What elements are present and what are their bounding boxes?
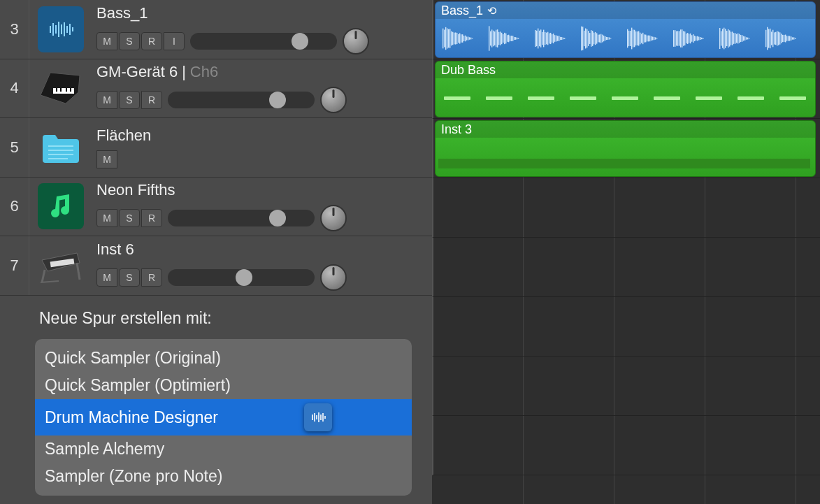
clip-content — [436, 142, 815, 170]
svg-rect-214 — [788, 36, 789, 41]
svg-rect-52 — [494, 31, 495, 45]
menu-item[interactable]: Quick Sampler (Original) — [35, 345, 412, 372]
region-clip[interactable]: Inst 3 — [435, 120, 816, 177]
drag-waveform-icon[interactable] — [304, 403, 332, 431]
clip-row[interactable]: Inst 3 — [432, 119, 820, 178]
track-icon[interactable] — [29, 59, 92, 118]
track-number: 3 — [0, 0, 29, 59]
r-button[interactable]: R — [141, 32, 162, 50]
region-clip[interactable]: Bass_1⟲ — [435, 1, 816, 58]
svg-rect-57 — [501, 33, 502, 44]
svg-rect-149 — [675, 30, 675, 47]
track-name[interactable]: Neon Fifths — [96, 181, 432, 199]
s-button[interactable]: S — [119, 91, 140, 109]
arrange-area[interactable]: Bass_1⟲ Dub Bass Inst 3 — [432, 0, 820, 504]
empty-row[interactable] — [432, 357, 820, 416]
r-button[interactable]: R — [141, 268, 162, 287]
menu-item[interactable]: Sample Alchemy — [35, 435, 412, 463]
svg-rect-103 — [588, 31, 589, 46]
volume-slider[interactable] — [168, 269, 315, 286]
pan-knob[interactable] — [320, 264, 347, 291]
create-track-menu: Neue Spur erstellen mit: Quick Sampler (… — [29, 301, 417, 498]
m-button[interactable]: M — [96, 32, 117, 50]
svg-rect-104 — [589, 33, 590, 44]
svg-rect-181 — [731, 32, 731, 45]
volume-slider[interactable] — [190, 33, 337, 50]
svg-rect-119 — [610, 38, 611, 39]
clip-row[interactable]: Dub Bass — [432, 59, 820, 119]
clip-name: Dub Bass — [441, 63, 496, 78]
track-icon[interactable] — [29, 236, 92, 295]
volume-slider[interactable] — [168, 92, 315, 108]
menu-item[interactable]: Quick Sampler (Optimiert) — [35, 372, 412, 399]
track-icon[interactable] — [29, 118, 92, 177]
svg-rect-118 — [609, 37, 610, 39]
menu-item[interactable]: Drum Machine Designer — [35, 399, 412, 435]
menu-list: Quick Sampler (Original)Quick Sampler (O… — [35, 339, 412, 496]
svg-rect-88 — [556, 36, 556, 42]
svg-rect-127 — [633, 29, 633, 47]
svg-rect-143 — [655, 37, 656, 39]
pan-knob[interactable] — [320, 87, 347, 113]
svg-rect-206 — [777, 31, 777, 46]
menu-title: Neue Spur erstellen mit: — [29, 301, 417, 336]
svg-rect-51 — [493, 31, 494, 47]
empty-row[interactable] — [432, 178, 820, 238]
track-row[interactable]: 6 Neon Fifths MSR — [0, 178, 432, 237]
pan-knob[interactable] — [320, 205, 347, 231]
svg-rect-87 — [554, 35, 555, 42]
s-button[interactable]: S — [119, 268, 140, 287]
svg-rect-25 — [445, 27, 446, 50]
clip-row[interactable]: Bass_1⟲ — [432, 0, 820, 59]
svg-rect-58 — [503, 34, 503, 43]
track-name[interactable]: Flächen — [96, 127, 432, 145]
track-name[interactable]: Bass_1 — [96, 4, 432, 22]
s-button[interactable]: S — [119, 209, 140, 227]
menu-item[interactable]: Sampler (Zone pro Note) — [35, 463, 412, 490]
svg-rect-174 — [721, 31, 721, 46]
svg-rect-198 — [765, 30, 766, 47]
track-row[interactable]: 7 Inst 6 MSR — [0, 236, 432, 296]
r-button[interactable]: R — [141, 209, 162, 227]
note-icon — [38, 183, 84, 229]
track-row[interactable]: 4 GM-Gerät 6 | Ch6 MSR — [0, 59, 432, 119]
svg-rect-218 — [793, 37, 794, 39]
s-button[interactable]: S — [119, 32, 140, 50]
m-button[interactable]: M — [96, 91, 117, 109]
m-button[interactable]: M — [96, 268, 117, 287]
svg-rect-190 — [743, 36, 744, 41]
svg-rect-193 — [747, 38, 748, 40]
empty-row[interactable] — [432, 297, 820, 357]
m-button[interactable]: M — [96, 209, 117, 227]
svg-rect-151 — [677, 31, 678, 45]
svg-rect-228 — [654, 96, 680, 100]
volume-slider[interactable] — [168, 210, 315, 226]
svg-rect-169 — [703, 38, 703, 39]
svg-rect-74 — [536, 31, 537, 46]
i-button[interactable]: I — [164, 32, 185, 50]
svg-rect-48 — [489, 26, 489, 50]
track-row[interactable]: 3 Bass_1 MSRI — [0, 0, 432, 59]
track-row[interactable]: 5 Flächen M — [0, 118, 432, 178]
track-icon[interactable] — [29, 0, 92, 59]
track-name[interactable]: Inst 6 — [96, 240, 432, 259]
track-icon[interactable] — [29, 178, 92, 236]
track-name[interactable]: GM-Gerät 6 | Ch6 — [96, 63, 432, 81]
svg-rect-14 — [70, 88, 71, 92]
svg-rect-66 — [514, 37, 515, 40]
empty-row[interactable] — [432, 416, 820, 475]
svg-rect-163 — [694, 36, 695, 41]
svg-rect-179 — [728, 29, 728, 48]
svg-rect-158 — [687, 33, 688, 44]
pan-knob[interactable] — [343, 28, 369, 55]
svg-rect-116 — [606, 37, 607, 40]
svg-rect-227 — [612, 96, 638, 100]
m-button[interactable]: M — [96, 150, 117, 168]
r-button[interactable]: R — [141, 91, 162, 109]
svg-rect-164 — [696, 36, 696, 41]
svg-rect-67 — [515, 37, 516, 40]
svg-rect-224 — [486, 96, 512, 100]
svg-rect-77 — [540, 29, 541, 47]
empty-row[interactable] — [432, 238, 820, 297]
region-clip[interactable]: Dub Bass — [435, 61, 816, 117]
